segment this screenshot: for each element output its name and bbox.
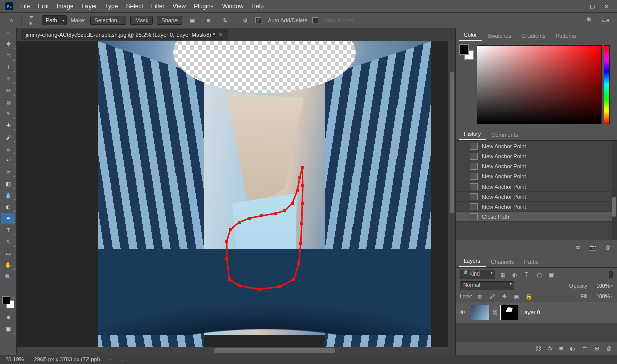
tab-history[interactable]: History bbox=[459, 129, 486, 140]
fill-input[interactable] bbox=[592, 293, 610, 300]
history-item[interactable]: New Anchor Point bbox=[456, 151, 617, 161]
history-item[interactable]: New Anchor Point bbox=[456, 181, 617, 192]
close-tab-icon[interactable]: × bbox=[219, 31, 223, 38]
filter-type-icon[interactable]: T bbox=[522, 270, 532, 279]
layer-name[interactable]: Layer 0 bbox=[521, 309, 540, 315]
filter-toggle[interactable] bbox=[609, 271, 613, 278]
home-button[interactable]: ⌂ bbox=[5, 15, 17, 25]
menu-image[interactable]: Image bbox=[53, 2, 77, 11]
edit-toolbar-button[interactable]: ⋯ bbox=[1, 283, 15, 294]
make-mask-button[interactable]: Mask bbox=[130, 16, 153, 25]
filter-pixel-icon[interactable]: ▦ bbox=[498, 270, 507, 279]
history-list[interactable]: New Anchor Point New Anchor Point New An… bbox=[456, 141, 617, 240]
search-icon[interactable]: 🔍 bbox=[584, 15, 596, 25]
minimize-button[interactable]: — bbox=[575, 3, 582, 10]
layer-thumbnail[interactable] bbox=[471, 305, 489, 320]
crop-tool[interactable]: ✂ bbox=[1, 85, 15, 96]
blend-mode-select[interactable]: Normal bbox=[460, 281, 514, 290]
document-dimensions[interactable]: 2965 px x 3783 px (72 ppi) bbox=[34, 356, 100, 362]
delete-state-icon[interactable]: 🗑 bbox=[605, 244, 611, 250]
history-item[interactable]: New Anchor Point bbox=[456, 202, 617, 212]
layers-panel-menu-icon[interactable]: ≡ bbox=[605, 257, 614, 267]
lock-transparency-icon[interactable]: ▨ bbox=[475, 292, 484, 300]
opacity-input[interactable] bbox=[592, 283, 610, 289]
color-panel-swatch[interactable] bbox=[459, 44, 474, 60]
frame-tool[interactable]: ⊠ bbox=[1, 97, 15, 108]
filter-shape-icon[interactable]: ▢ bbox=[535, 270, 544, 279]
adjustment-layer-icon[interactable]: ◐ bbox=[570, 345, 575, 352]
new-group-icon[interactable]: 🗀 bbox=[582, 345, 588, 351]
path-arrange-button[interactable]: ⇅ bbox=[218, 15, 231, 25]
layer-fx-icon[interactable]: fx bbox=[548, 345, 553, 351]
document-tab[interactable]: jimmy-chang-ACt8ycSzpdE-unsplash.jpg @ 2… bbox=[21, 29, 228, 40]
menu-edit[interactable]: Edit bbox=[34, 2, 53, 11]
make-selection-button[interactable]: Selection... bbox=[90, 16, 126, 25]
new-layer-icon[interactable]: ⊞ bbox=[595, 345, 599, 352]
filter-adjust-icon[interactable]: ◐ bbox=[510, 270, 519, 279]
blur-tool[interactable]: 💧 bbox=[1, 190, 15, 201]
layer-list[interactable]: 👁 ⛓ Layer 0 bbox=[456, 302, 617, 342]
zoom-level[interactable]: 25.19% bbox=[5, 356, 24, 362]
path-ops-button[interactable]: ▣ bbox=[186, 15, 198, 25]
hand-tool[interactable]: ✋ bbox=[1, 259, 15, 270]
canvas-area[interactable] bbox=[17, 41, 455, 355]
tool-preset-button[interactable]: ✒ ▾ bbox=[26, 15, 38, 25]
path-select-tool[interactable]: ↖ bbox=[1, 236, 15, 247]
type-tool[interactable]: T bbox=[1, 224, 15, 236]
move-tool[interactable]: ✥ bbox=[1, 38, 15, 50]
history-panel-menu-icon[interactable]: ≡ bbox=[605, 130, 614, 140]
history-brush-tool[interactable]: ↶ bbox=[1, 155, 15, 166]
tab-patterns[interactable]: Patterns bbox=[551, 31, 582, 41]
tab-gradients[interactable]: Gradients bbox=[516, 31, 551, 41]
menu-layer[interactable]: Layer bbox=[77, 2, 101, 11]
zoom-tool[interactable]: 🔍 bbox=[1, 271, 15, 282]
add-mask-icon[interactable]: ◙ bbox=[559, 345, 563, 351]
vertical-scrollbar[interactable] bbox=[448, 41, 455, 347]
lasso-tool[interactable]: ⌇ bbox=[1, 62, 15, 73]
lock-paint-icon[interactable]: 🖌 bbox=[488, 292, 497, 300]
tab-comments[interactable]: Comments bbox=[486, 130, 523, 140]
tab-paths[interactable]: Paths bbox=[519, 257, 544, 267]
tab-layers[interactable]: Layers bbox=[459, 256, 486, 267]
tab-swatches[interactable]: Swatches bbox=[482, 31, 516, 41]
toolbox-collapse-icon[interactable]: » bbox=[5, 30, 12, 36]
menu-help[interactable]: Help bbox=[247, 2, 268, 11]
screen-mode-button[interactable]: ▣ bbox=[1, 323, 15, 334]
filter-smart-icon[interactable]: ▣ bbox=[547, 270, 556, 279]
history-item[interactable]: New Anchor Point bbox=[456, 141, 617, 151]
layer-row[interactable]: 👁 ⛓ Layer 0 bbox=[456, 302, 617, 323]
align-edges-checkbox[interactable]: . bbox=[312, 17, 318, 23]
horizontal-scrollbar[interactable] bbox=[17, 347, 455, 355]
stamp-tool[interactable]: ⧈ bbox=[1, 143, 15, 154]
history-item[interactable]: New Anchor Point bbox=[456, 161, 617, 171]
menu-type[interactable]: Type bbox=[101, 2, 122, 11]
workspace-switcher-button[interactable]: ▭▾ bbox=[600, 15, 612, 25]
fill-stepper[interactable]: ▾ bbox=[611, 294, 613, 299]
eyedropper-tool[interactable]: ✎ bbox=[1, 108, 15, 119]
opacity-stepper[interactable]: ▾ bbox=[611, 284, 613, 288]
new-document-from-state-icon[interactable]: ⧉ bbox=[576, 244, 580, 251]
history-item-selected[interactable]: Close Path bbox=[456, 212, 617, 222]
close-button[interactable]: ✕ bbox=[603, 3, 610, 10]
lock-artboard-icon[interactable]: ▣ bbox=[512, 292, 521, 300]
layer-filter-select[interactable]: Kind bbox=[460, 270, 495, 279]
new-snapshot-icon[interactable]: 📷 bbox=[589, 244, 596, 251]
lock-all-icon[interactable]: 🔒 bbox=[524, 292, 533, 300]
color-panel-menu-icon[interactable]: ≡ bbox=[605, 31, 614, 41]
tab-channels[interactable]: Channels bbox=[486, 257, 519, 267]
menu-file[interactable]: File bbox=[16, 2, 34, 11]
gear-icon[interactable]: ⚙ bbox=[239, 15, 251, 25]
link-layers-icon[interactable]: ⛓ bbox=[536, 345, 541, 351]
menu-select[interactable]: Select bbox=[122, 2, 147, 11]
healing-tool[interactable]: ✚ bbox=[1, 120, 15, 131]
menu-plugins[interactable]: Plugins bbox=[190, 2, 217, 11]
menu-window[interactable]: Window bbox=[218, 2, 248, 11]
tab-color[interactable]: Color bbox=[459, 30, 482, 41]
delete-layer-icon[interactable]: 🗑 bbox=[606, 345, 612, 351]
gradient-tool[interactable]: ◧ bbox=[1, 178, 15, 189]
history-item[interactable]: New Anchor Point bbox=[456, 171, 617, 181]
brush-tool[interactable]: 🖌 bbox=[1, 131, 15, 143]
status-nav-right-icon[interactable]: › bbox=[122, 357, 123, 362]
dodge-tool[interactable]: ◐ bbox=[1, 201, 15, 212]
foreground-background-swatch[interactable]: ⇆ bbox=[2, 296, 14, 308]
